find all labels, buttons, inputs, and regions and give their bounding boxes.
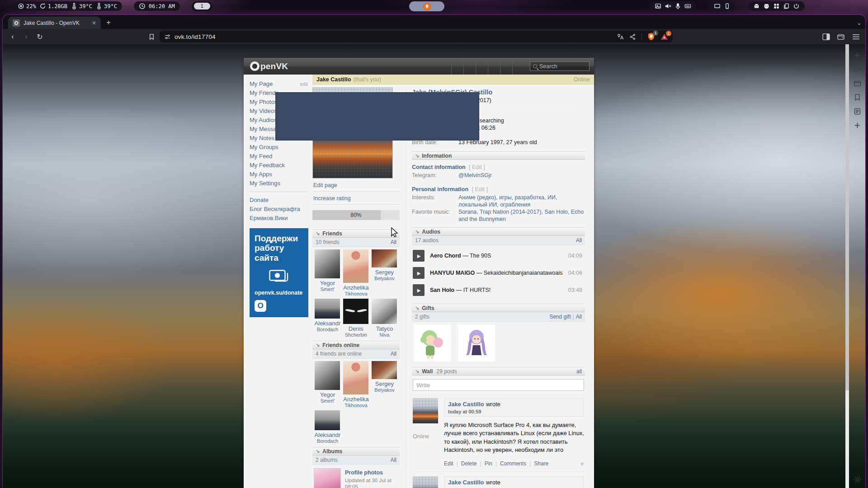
contact-edit-link[interactable]: [ Edit ] bbox=[469, 164, 485, 170]
forward-button[interactable]: › bbox=[22, 33, 31, 41]
add-panel-icon[interactable] bbox=[854, 122, 861, 129]
sidebar-settings-gear-icon[interactable] bbox=[854, 475, 862, 483]
phone-icon[interactable] bbox=[724, 3, 731, 9]
play-button[interactable]: ▶ bbox=[413, 250, 425, 262]
donate-banner[interactable]: Поддержи работу сайта openvk.su/donate O bbox=[250, 228, 308, 317]
gift-image-purple-girl[interactable] bbox=[458, 324, 495, 361]
friends-online-all-link[interactable]: All bbox=[391, 351, 396, 357]
friend-avatar[interactable] bbox=[372, 361, 397, 379]
friend-first-name[interactable]: Anzhelika bbox=[343, 396, 368, 403]
menu-item[interactable]: My Page edit bbox=[250, 80, 308, 89]
post-timestamp[interactable]: today at 00:59 bbox=[448, 409, 580, 414]
sidebar-toggle-icon[interactable] bbox=[822, 33, 830, 40]
friends-all-link[interactable]: All bbox=[391, 239, 396, 245]
track-title[interactable]: Sekaideichibanjanaianatawoaish bbox=[484, 270, 563, 276]
friend-last-name[interactable]: Shcherbin bbox=[345, 332, 368, 338]
microphone-icon[interactable] bbox=[675, 3, 681, 9]
audios-header[interactable]: ↘ Audios bbox=[412, 227, 585, 236]
post-edit-link[interactable]: Edit bbox=[444, 460, 453, 467]
friend-first-name[interactable]: Sergey bbox=[375, 380, 394, 387]
album-title[interactable]: Profile photos bbox=[345, 469, 383, 476]
section-collapse-icon[interactable]: ↘ bbox=[415, 153, 419, 159]
section-collapse-icon[interactable]: ↘ bbox=[415, 229, 419, 235]
gifts-all-link[interactable]: All bbox=[576, 314, 582, 320]
nav-link[interactable] bbox=[463, 58, 476, 75]
friend-avatar[interactable] bbox=[315, 299, 340, 319]
album-thumbnail[interactable] bbox=[314, 468, 341, 488]
ghost-icon[interactable] bbox=[753, 3, 760, 9]
clock-widget[interactable]: 06:20 AM bbox=[134, 1, 180, 11]
album-item[interactable]: Profile photos Updated at 30 Jul at 08:0… bbox=[312, 465, 400, 488]
track-title[interactable]: IT HURTS! bbox=[463, 287, 491, 293]
play-button[interactable]: ▶ bbox=[413, 284, 425, 296]
friend-first-name[interactable]: Aleksandr bbox=[315, 320, 341, 327]
menu-item[interactable]: My Feed bbox=[250, 152, 308, 161]
menu-item[interactable]: My Feedback bbox=[250, 161, 308, 170]
translate-icon[interactable] bbox=[617, 33, 624, 40]
information-header[interactable]: ↘ Information bbox=[412, 151, 585, 160]
wallet-panel-icon[interactable] bbox=[854, 80, 861, 87]
nav-link[interactable] bbox=[488, 58, 500, 75]
wall-write-input[interactable] bbox=[413, 379, 584, 391]
menu-link[interactable]: Donate bbox=[250, 196, 308, 205]
friend-last-name[interactable]: Tikhonova bbox=[344, 403, 367, 408]
menu-hamburger-icon[interactable] bbox=[852, 34, 860, 40]
friend-last-name[interactable]: Belyakov bbox=[374, 276, 395, 281]
address-bar[interactable]: ovk.to/id17704 1 1 bbox=[160, 31, 673, 42]
section-collapse-icon[interactable]: ↘ bbox=[415, 305, 419, 311]
grid-apps-icon[interactable] bbox=[773, 3, 780, 9]
back-button[interactable]: ‹ bbox=[8, 33, 17, 41]
friend-avatar[interactable] bbox=[343, 249, 368, 283]
play-button[interactable]: ▶ bbox=[413, 267, 425, 279]
friend-avatar[interactable] bbox=[315, 361, 340, 390]
reading-list-icon[interactable] bbox=[854, 108, 861, 115]
new-tab-button[interactable]: + bbox=[106, 18, 111, 29]
friend-card[interactable]: Sergey Belyakov bbox=[370, 249, 399, 296]
personal-edit-link[interactable]: [ Edit ] bbox=[472, 186, 488, 192]
post-share-link[interactable]: Share bbox=[526, 460, 548, 467]
albums-header[interactable]: ↘ Albums bbox=[312, 447, 400, 455]
audios-all-link[interactable]: All bbox=[576, 237, 582, 244]
increase-rating-link[interactable]: Increase rating bbox=[312, 192, 400, 205]
brave-rewards-icon[interactable]: 1 bbox=[660, 33, 668, 40]
friend-avatar[interactable] bbox=[343, 299, 368, 324]
friend-last-name[interactable]: Belyakov bbox=[374, 387, 395, 393]
friend-avatar[interactable] bbox=[372, 249, 397, 267]
brave-tray-pill[interactable] bbox=[409, 1, 444, 11]
power-icon[interactable] bbox=[793, 3, 800, 9]
section-collapse-icon[interactable]: ↘ bbox=[316, 230, 320, 236]
tab-close-icon[interactable]: ✕ bbox=[92, 20, 96, 26]
edit-page-link[interactable]: Edit page bbox=[312, 178, 400, 192]
tray-group-apps[interactable] bbox=[748, 1, 805, 11]
post-author-avatar[interactable] bbox=[413, 476, 438, 488]
friends-online-header[interactable]: ↘ Friends online bbox=[312, 341, 400, 349]
camera-icon[interactable] bbox=[854, 66, 861, 73]
section-collapse-icon[interactable]: ↘ bbox=[415, 368, 419, 374]
wall-header[interactable]: ↘ Wall 29 posts all bbox=[412, 367, 585, 375]
post-author-avatar[interactable] bbox=[413, 398, 438, 423]
friend-first-name[interactable]: Yegor bbox=[320, 391, 335, 398]
friend-avatar[interactable] bbox=[315, 249, 340, 278]
gift-image-bubblegum-chibi[interactable] bbox=[414, 324, 451, 361]
workspace-indicator[interactable]: 1 bbox=[192, 1, 212, 11]
like-heart-icon[interactable]: ♥ bbox=[580, 460, 584, 468]
albums-all-link[interactable]: All bbox=[391, 457, 396, 463]
friend-last-name[interactable]: Smert' bbox=[321, 398, 335, 404]
scrollbar-thumb[interactable] bbox=[845, 44, 849, 390]
page-scrollbar[interactable] bbox=[845, 44, 849, 488]
track-artist[interactable]: HANYUU MAIGO bbox=[430, 270, 475, 276]
friend-last-name[interactable]: Niva bbox=[379, 332, 389, 338]
friend-last-name[interactable]: Borodach bbox=[317, 438, 338, 444]
friend-card[interactable]: Tatyco Niva bbox=[370, 299, 399, 338]
wall-all-link[interactable]: all bbox=[576, 368, 582, 375]
friend-avatar[interactable] bbox=[372, 299, 397, 324]
url-text[interactable]: ovk.to/id17704 bbox=[175, 33, 216, 40]
post-pin-link[interactable]: Pin bbox=[477, 460, 492, 467]
nav-link[interactable] bbox=[451, 58, 463, 75]
friend-last-name[interactable]: Smert' bbox=[321, 286, 335, 292]
post-comments-link[interactable]: Comments bbox=[492, 460, 526, 467]
nav-link[interactable] bbox=[476, 58, 488, 75]
friends-header[interactable]: ↘ Friends bbox=[312, 229, 400, 238]
track-title[interactable]: The 90S bbox=[470, 253, 491, 259]
send-gift-link[interactable]: Send gift bbox=[549, 314, 571, 320]
